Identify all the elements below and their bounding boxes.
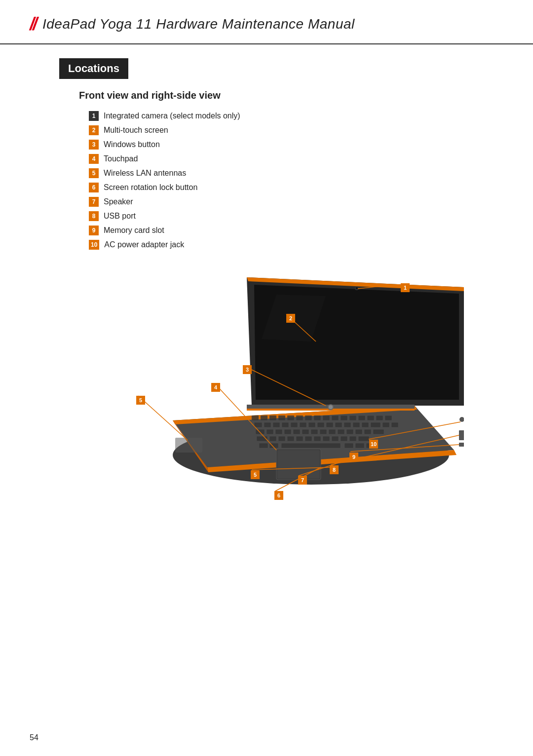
svg-rect-19 (314, 416, 321, 420)
list-item: 6Screen rotation lock button (89, 182, 484, 193)
svg-rect-50 (311, 429, 318, 434)
svg-rect-30 (273, 422, 280, 427)
svg-rect-43 (391, 422, 398, 427)
item-badge: 1 (89, 111, 99, 121)
item-label: Speaker (104, 196, 133, 208)
callout-badge: 2 (286, 314, 295, 323)
item-badge: 6 (89, 183, 99, 192)
page-header: // IdeaPad Yoga 11 Hardware Maintenance … (0, 0, 533, 44)
main-content: Front view and right-side view 1Integrat… (0, 90, 533, 519)
svg-rect-28 (254, 422, 262, 427)
list-item: 2Multi-touch screen (89, 124, 484, 136)
svg-rect-17 (296, 416, 303, 420)
item-badge: 2 (89, 125, 99, 135)
callout-badge: 6 (274, 491, 283, 500)
svg-point-79 (329, 405, 333, 409)
svg-rect-61 (287, 436, 294, 441)
svg-rect-47 (284, 429, 291, 434)
svg-rect-16 (287, 416, 294, 420)
svg-rect-60 (278, 436, 285, 441)
svg-rect-56 (364, 429, 371, 434)
svg-rect-18 (305, 416, 312, 420)
svg-rect-12 (252, 416, 259, 420)
svg-rect-85 (175, 438, 202, 453)
list-item: 4Touchpad (89, 153, 484, 165)
svg-rect-36 (326, 422, 333, 427)
svg-rect-46 (275, 429, 282, 434)
svg-rect-55 (355, 429, 362, 434)
svg-rect-69 (358, 436, 369, 441)
svg-rect-26 (376, 416, 383, 420)
svg-rect-49 (302, 429, 309, 434)
component-list: 1Integrated camera (select models only)2… (89, 110, 484, 251)
svg-rect-34 (308, 422, 315, 427)
list-item: 8USB port (89, 210, 484, 222)
svg-rect-57 (373, 429, 384, 434)
item-label: Memory card slot (104, 225, 164, 236)
callout-badge: 5 (251, 470, 260, 479)
item-badge: 10 (89, 240, 99, 250)
svg-rect-73 (344, 443, 353, 448)
svg-rect-33 (300, 422, 306, 427)
svg-rect-15 (278, 416, 285, 420)
section-label: Locations (59, 58, 128, 79)
svg-rect-52 (329, 429, 336, 434)
svg-rect-66 (332, 436, 339, 441)
svg-rect-38 (344, 422, 351, 427)
svg-rect-23 (349, 416, 356, 420)
header-title: IdeaPad Yoga 11 Hardware Maintenance Man… (42, 16, 355, 32)
svg-rect-48 (293, 429, 300, 434)
list-item: 5Wireless LAN antennas (89, 167, 484, 179)
svg-rect-13 (261, 416, 267, 420)
svg-rect-63 (305, 436, 312, 441)
svg-rect-45 (266, 429, 273, 434)
item-badge: 9 (89, 226, 99, 235)
item-label: USB port (104, 210, 136, 222)
svg-rect-24 (358, 416, 365, 420)
svg-rect-67 (341, 436, 347, 441)
item-badge: 8 (89, 211, 99, 221)
callout-badge: 5 (136, 396, 145, 405)
callout-badge: 10 (369, 440, 378, 449)
item-label: Touchpad (104, 153, 138, 165)
svg-rect-21 (332, 416, 339, 420)
svg-rect-35 (317, 422, 324, 427)
callout-badge: 4 (211, 383, 220, 392)
svg-point-84 (459, 417, 464, 422)
svg-rect-74 (355, 443, 364, 448)
svg-rect-62 (296, 436, 303, 441)
svg-rect-53 (338, 429, 344, 434)
item-label: Screen rotation lock button (104, 182, 197, 193)
svg-rect-68 (349, 436, 356, 441)
svg-rect-65 (323, 436, 330, 441)
list-item: 7Speaker (89, 196, 484, 208)
page-number: 54 (30, 733, 38, 742)
svg-rect-32 (291, 422, 298, 427)
laptop-svg (69, 263, 464, 519)
svg-rect-82 (459, 430, 464, 440)
item-badge: 3 (89, 140, 99, 150)
item-label: Integrated camera (select models only) (104, 110, 240, 122)
svg-rect-40 (362, 422, 369, 427)
item-label: Wireless LAN antennas (104, 167, 186, 179)
svg-rect-29 (264, 422, 271, 427)
svg-rect-44 (256, 429, 265, 434)
svg-rect-37 (335, 422, 342, 427)
callout-badge: 8 (330, 465, 339, 474)
svg-rect-51 (320, 429, 327, 434)
item-label: Multi-touch screen (104, 124, 168, 136)
logo-slashes: // (30, 14, 36, 35)
subsection-title: Front view and right-side view (79, 90, 484, 101)
callout-badge: 7 (298, 476, 307, 485)
svg-point-81 (356, 287, 358, 289)
list-item: 10AC power adapter jack (89, 239, 484, 251)
item-badge: 5 (89, 168, 99, 178)
svg-rect-70 (281, 443, 341, 448)
svg-rect-20 (323, 416, 330, 420)
svg-rect-25 (367, 416, 374, 420)
callout-badge: 9 (349, 453, 358, 461)
list-item: 3Windows button (89, 139, 484, 151)
svg-rect-31 (282, 422, 289, 427)
item-badge: 4 (89, 154, 99, 164)
svg-rect-42 (382, 422, 389, 427)
